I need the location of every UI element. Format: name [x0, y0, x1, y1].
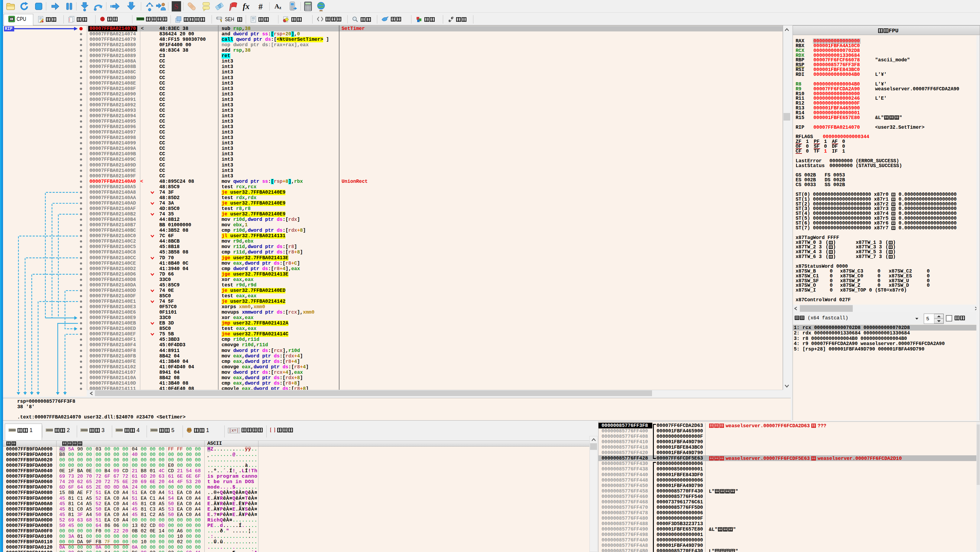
svg-text:#: #: [258, 2, 262, 11]
svg-text:fx: fx: [243, 2, 250, 11]
svg-text:z: z: [279, 5, 282, 10]
svg-text:S: S: [174, 2, 178, 11]
svg-text:!: !: [221, 20, 221, 23]
svg-text:A: A: [274, 2, 279, 10]
